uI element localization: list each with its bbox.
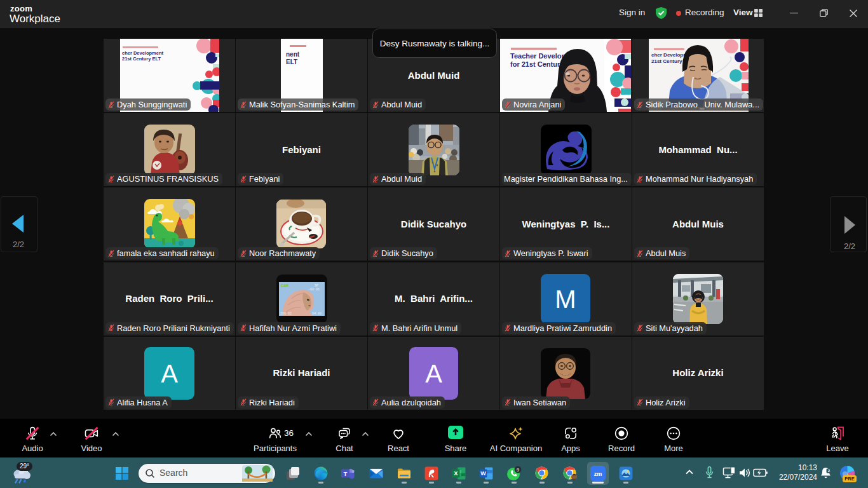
svg-text:T: T	[344, 471, 348, 477]
svg-text:nent: nent	[286, 51, 300, 58]
svg-text:CAM: CAM	[281, 284, 288, 288]
svg-text:9: 9	[517, 467, 520, 473]
svg-text:W: W	[480, 470, 486, 477]
svg-text:z: z	[828, 468, 831, 473]
svg-text:-00:06: -00:06	[308, 288, 320, 292]
svg-text:04:00: 04:00	[312, 312, 322, 316]
svg-text:ELT: ELT	[286, 58, 297, 65]
svg-text:A: A	[425, 359, 442, 387]
svg-text:cher Development: cher Development	[122, 50, 164, 56]
svg-text:21st Century ELT: 21st Century ELT	[122, 56, 161, 62]
svg-text:200 02: 200 02	[280, 312, 292, 316]
svg-text:X: X	[454, 470, 458, 477]
svg-text:M: M	[555, 285, 576, 313]
svg-text:A: A	[161, 359, 178, 387]
svg-text:zm: zm	[594, 471, 602, 477]
